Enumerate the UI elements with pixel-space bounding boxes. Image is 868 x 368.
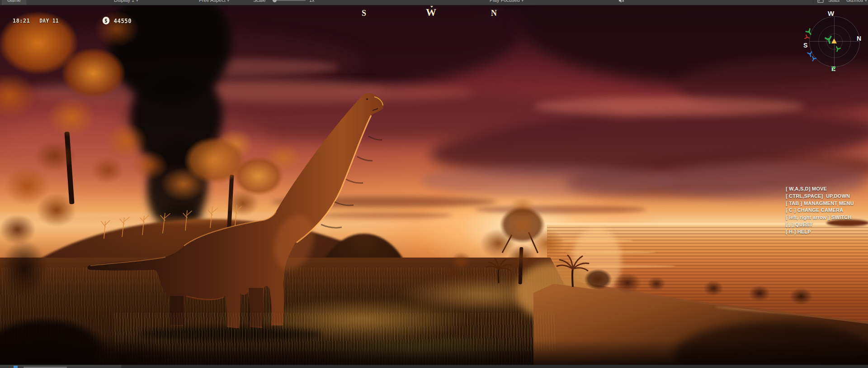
game-view-tab[interactable]: Game	[2, 0, 26, 5]
minimap-blip-green-footprint-icon	[830, 66, 836, 72]
hint-switch: [ left, right arrow ] SWITCH	[786, 214, 854, 221]
compass-letter-s: S	[362, 9, 366, 18]
hint-quest: [ j ] QUEST	[786, 221, 854, 229]
chevron-down-icon: ▾	[227, 0, 229, 3]
slider-knob-icon[interactable]	[273, 0, 277, 2]
play-focused-dropdown[interactable]: Play Focused▾	[490, 0, 524, 5]
palm-tree-2	[483, 255, 514, 285]
money-coin-icon: $	[103, 17, 110, 24]
display-dropdown[interactable]: Display 1▾	[114, 0, 138, 5]
editor-status-bar	[0, 365, 868, 368]
minimap-blip-green-footprint-icon	[834, 46, 841, 53]
hint-change-camera: [ C ] CHANGE CAMERA	[786, 207, 854, 214]
console-icon	[817, 0, 824, 3]
stats-toggle[interactable]: Stats	[828, 0, 840, 5]
unity-game-window: { "editor_toolbar": { "tab_game": "Game"…	[0, 0, 868, 368]
hint-updown: [ CTRL,SPACE] UP,DOWN	[786, 193, 854, 200]
toolbar-inner: Game Display 1▾ Free Aspect▾ Scale 1x Pl…	[0, 0, 868, 5]
unity-game-toolbar: Game Display 1▾ Free Aspect▾ Scale 1x Pl…	[0, 0, 868, 5]
chevron-down-icon: ▾	[865, 0, 867, 3]
clock-time: 18:21	[13, 17, 30, 24]
scale-value: 1x	[309, 0, 315, 5]
brachiosaurus	[81, 93, 384, 347]
palm-tree	[552, 252, 593, 288]
hint-management-menu: [ TAB ] MANAGMENT MENU	[786, 200, 854, 207]
mute-audio-button[interactable]	[618, 0, 624, 5]
compass-letter-n: N	[491, 9, 497, 18]
status-message-box[interactable]	[0, 365, 121, 368]
day-counter: DAY 11	[39, 18, 59, 24]
aspect-ratio-dropdown[interactable]: Free Aspect▾	[199, 0, 229, 5]
hint-help: [ H ] HELP	[786, 229, 854, 236]
search-overlay-button[interactable]	[817, 0, 824, 5]
minimap-blip-green-footprint-icon	[824, 35, 834, 45]
bottom-shade	[0, 340, 868, 365]
minimap-radar[interactable]: W N S E	[802, 9, 866, 75]
hud-status-bar: 18:21 DAY 11 $ 44550	[13, 17, 132, 24]
game-viewport[interactable]: 18:21 DAY 11 $ 44550 265 S W N W N S E […	[0, 5, 868, 365]
dark-bush-left	[0, 230, 59, 307]
toolbar-divider	[813, 0, 813, 4]
compass-letter-w: W	[426, 7, 436, 19]
speaker-muted-icon	[618, 0, 624, 3]
gizmos-dropdown[interactable]: Gizmos▾	[846, 0, 867, 5]
money-amount: 44550	[114, 17, 132, 24]
tree-right-small	[441, 246, 481, 284]
console-message-icon	[14, 366, 18, 368]
chevron-down-icon: ▾	[522, 0, 524, 3]
control-hints: [ W,A,S,D] MOVE [ CTRL,SPACE] UP,DOWN [ …	[786, 186, 854, 236]
scale-label: Scale	[253, 0, 266, 5]
scale-slider[interactable]	[270, 0, 308, 5]
minimap-blip-layer	[802, 9, 866, 75]
chevron-down-icon: ▾	[136, 0, 138, 3]
hint-move: [ W,A,S,D] MOVE	[786, 186, 854, 193]
